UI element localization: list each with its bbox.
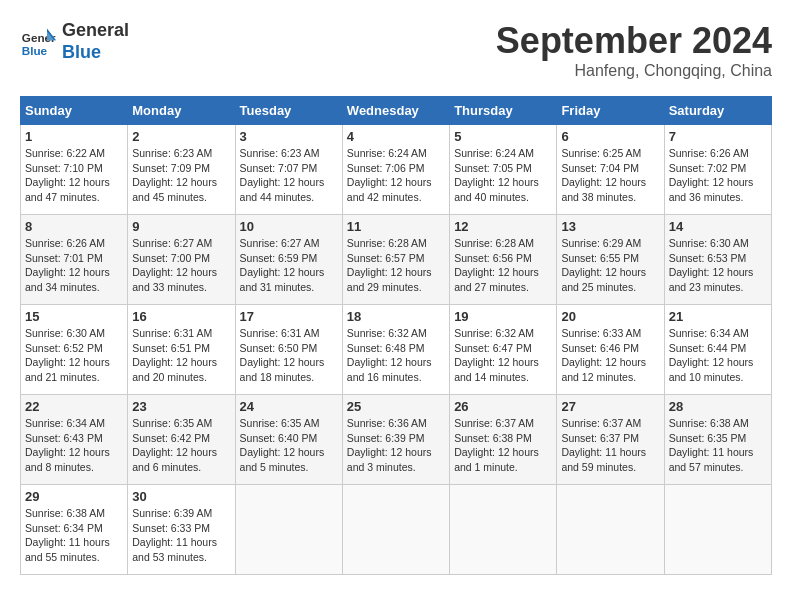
day-info: Sunrise: 6:29 AM Sunset: 6:55 PM Dayligh… bbox=[561, 236, 659, 295]
daylight-label: Daylight: 11 hours and 55 minutes. bbox=[25, 536, 110, 563]
calendar-cell: 12 Sunrise: 6:28 AM Sunset: 6:56 PM Dayl… bbox=[450, 215, 557, 305]
daylight-label: Daylight: 12 hours and 34 minutes. bbox=[25, 266, 110, 293]
calendar-cell: 24 Sunrise: 6:35 AM Sunset: 6:40 PM Dayl… bbox=[235, 395, 342, 485]
sunrise-label: Sunrise: 6:36 AM bbox=[347, 417, 427, 429]
weekday-header-saturday: Saturday bbox=[664, 97, 771, 125]
daylight-label: Daylight: 11 hours and 53 minutes. bbox=[132, 536, 217, 563]
sunrise-label: Sunrise: 6:27 AM bbox=[132, 237, 212, 249]
day-number: 14 bbox=[669, 219, 767, 234]
sunset-label: Sunset: 7:01 PM bbox=[25, 252, 103, 264]
calendar-cell: 16 Sunrise: 6:31 AM Sunset: 6:51 PM Dayl… bbox=[128, 305, 235, 395]
sunrise-label: Sunrise: 6:23 AM bbox=[240, 147, 320, 159]
day-number: 18 bbox=[347, 309, 445, 324]
daylight-label: Daylight: 12 hours and 45 minutes. bbox=[132, 176, 217, 203]
sunset-label: Sunset: 6:38 PM bbox=[454, 432, 532, 444]
sunset-label: Sunset: 6:57 PM bbox=[347, 252, 425, 264]
calendar-cell: 17 Sunrise: 6:31 AM Sunset: 6:50 PM Dayl… bbox=[235, 305, 342, 395]
day-info: Sunrise: 6:38 AM Sunset: 6:35 PM Dayligh… bbox=[669, 416, 767, 475]
day-number: 6 bbox=[561, 129, 659, 144]
calendar-cell: 1 Sunrise: 6:22 AM Sunset: 7:10 PM Dayli… bbox=[21, 125, 128, 215]
location: Hanfeng, Chongqing, China bbox=[496, 62, 772, 80]
daylight-label: Daylight: 12 hours and 40 minutes. bbox=[454, 176, 539, 203]
calendar-title: September 2024 Hanfeng, Chongqing, China bbox=[496, 20, 772, 80]
sunrise-label: Sunrise: 6:27 AM bbox=[240, 237, 320, 249]
calendar-cell bbox=[557, 485, 664, 575]
day-info: Sunrise: 6:26 AM Sunset: 7:01 PM Dayligh… bbox=[25, 236, 123, 295]
sunset-label: Sunset: 6:42 PM bbox=[132, 432, 210, 444]
sunset-label: Sunset: 6:40 PM bbox=[240, 432, 318, 444]
daylight-label: Daylight: 12 hours and 33 minutes. bbox=[132, 266, 217, 293]
day-number: 9 bbox=[132, 219, 230, 234]
day-number: 12 bbox=[454, 219, 552, 234]
sunset-label: Sunset: 7:02 PM bbox=[669, 162, 747, 174]
calendar-cell: 15 Sunrise: 6:30 AM Sunset: 6:52 PM Dayl… bbox=[21, 305, 128, 395]
sunrise-label: Sunrise: 6:28 AM bbox=[347, 237, 427, 249]
calendar-cell: 14 Sunrise: 6:30 AM Sunset: 6:53 PM Dayl… bbox=[664, 215, 771, 305]
day-number: 2 bbox=[132, 129, 230, 144]
sunset-label: Sunset: 7:07 PM bbox=[240, 162, 318, 174]
day-number: 11 bbox=[347, 219, 445, 234]
month-year: September 2024 bbox=[496, 20, 772, 62]
calendar-cell: 5 Sunrise: 6:24 AM Sunset: 7:05 PM Dayli… bbox=[450, 125, 557, 215]
daylight-label: Daylight: 12 hours and 12 minutes. bbox=[561, 356, 646, 383]
sunrise-label: Sunrise: 6:26 AM bbox=[25, 237, 105, 249]
logo: General Blue General Blue General Blue bbox=[20, 20, 129, 63]
daylight-label: Daylight: 12 hours and 10 minutes. bbox=[669, 356, 754, 383]
sunrise-label: Sunrise: 6:22 AM bbox=[25, 147, 105, 159]
calendar-cell: 13 Sunrise: 6:29 AM Sunset: 6:55 PM Dayl… bbox=[557, 215, 664, 305]
calendar-cell: 19 Sunrise: 6:32 AM Sunset: 6:47 PM Dayl… bbox=[450, 305, 557, 395]
day-info: Sunrise: 6:26 AM Sunset: 7:02 PM Dayligh… bbox=[669, 146, 767, 205]
daylight-label: Daylight: 11 hours and 57 minutes. bbox=[669, 446, 754, 473]
sunrise-label: Sunrise: 6:34 AM bbox=[669, 327, 749, 339]
calendar-cell bbox=[235, 485, 342, 575]
sunset-label: Sunset: 7:05 PM bbox=[454, 162, 532, 174]
calendar-cell: 30 Sunrise: 6:39 AM Sunset: 6:33 PM Dayl… bbox=[128, 485, 235, 575]
day-number: 28 bbox=[669, 399, 767, 414]
sunset-label: Sunset: 6:43 PM bbox=[25, 432, 103, 444]
svg-text:Blue: Blue bbox=[22, 43, 48, 56]
day-number: 25 bbox=[347, 399, 445, 414]
sunrise-label: Sunrise: 6:28 AM bbox=[454, 237, 534, 249]
sunrise-label: Sunrise: 6:26 AM bbox=[669, 147, 749, 159]
daylight-label: Daylight: 12 hours and 31 minutes. bbox=[240, 266, 325, 293]
calendar-cell bbox=[450, 485, 557, 575]
sunset-label: Sunset: 6:37 PM bbox=[561, 432, 639, 444]
daylight-label: Daylight: 12 hours and 38 minutes. bbox=[561, 176, 646, 203]
calendar-cell: 7 Sunrise: 6:26 AM Sunset: 7:02 PM Dayli… bbox=[664, 125, 771, 215]
page-header: General Blue General Blue General Blue S… bbox=[20, 20, 772, 80]
day-info: Sunrise: 6:32 AM Sunset: 6:48 PM Dayligh… bbox=[347, 326, 445, 385]
day-number: 16 bbox=[132, 309, 230, 324]
day-info: Sunrise: 6:23 AM Sunset: 7:09 PM Dayligh… bbox=[132, 146, 230, 205]
calendar-week-row: 29 Sunrise: 6:38 AM Sunset: 6:34 PM Dayl… bbox=[21, 485, 772, 575]
daylight-label: Daylight: 12 hours and 6 minutes. bbox=[132, 446, 217, 473]
day-info: Sunrise: 6:36 AM Sunset: 6:39 PM Dayligh… bbox=[347, 416, 445, 475]
daylight-label: Daylight: 12 hours and 27 minutes. bbox=[454, 266, 539, 293]
sunrise-label: Sunrise: 6:23 AM bbox=[132, 147, 212, 159]
sunset-label: Sunset: 6:35 PM bbox=[669, 432, 747, 444]
sunset-label: Sunset: 6:55 PM bbox=[561, 252, 639, 264]
day-info: Sunrise: 6:28 AM Sunset: 6:56 PM Dayligh… bbox=[454, 236, 552, 295]
sunrise-label: Sunrise: 6:34 AM bbox=[25, 417, 105, 429]
sunrise-label: Sunrise: 6:39 AM bbox=[132, 507, 212, 519]
logo-blue-text: Blue bbox=[62, 42, 129, 64]
sunset-label: Sunset: 6:52 PM bbox=[25, 342, 103, 354]
calendar-cell: 28 Sunrise: 6:38 AM Sunset: 6:35 PM Dayl… bbox=[664, 395, 771, 485]
sunrise-label: Sunrise: 6:38 AM bbox=[669, 417, 749, 429]
day-number: 19 bbox=[454, 309, 552, 324]
day-info: Sunrise: 6:35 AM Sunset: 6:40 PM Dayligh… bbox=[240, 416, 338, 475]
day-info: Sunrise: 6:24 AM Sunset: 7:05 PM Dayligh… bbox=[454, 146, 552, 205]
sunset-label: Sunset: 6:47 PM bbox=[454, 342, 532, 354]
day-number: 1 bbox=[25, 129, 123, 144]
day-info: Sunrise: 6:27 AM Sunset: 6:59 PM Dayligh… bbox=[240, 236, 338, 295]
weekday-header-tuesday: Tuesday bbox=[235, 97, 342, 125]
calendar-cell bbox=[342, 485, 449, 575]
calendar-cell: 6 Sunrise: 6:25 AM Sunset: 7:04 PM Dayli… bbox=[557, 125, 664, 215]
calendar-cell: 22 Sunrise: 6:34 AM Sunset: 6:43 PM Dayl… bbox=[21, 395, 128, 485]
day-number: 3 bbox=[240, 129, 338, 144]
sunset-label: Sunset: 7:09 PM bbox=[132, 162, 210, 174]
calendar-cell: 11 Sunrise: 6:28 AM Sunset: 6:57 PM Dayl… bbox=[342, 215, 449, 305]
calendar-cell: 4 Sunrise: 6:24 AM Sunset: 7:06 PM Dayli… bbox=[342, 125, 449, 215]
sunrise-label: Sunrise: 6:31 AM bbox=[240, 327, 320, 339]
weekday-header-monday: Monday bbox=[128, 97, 235, 125]
day-info: Sunrise: 6:38 AM Sunset: 6:34 PM Dayligh… bbox=[25, 506, 123, 565]
